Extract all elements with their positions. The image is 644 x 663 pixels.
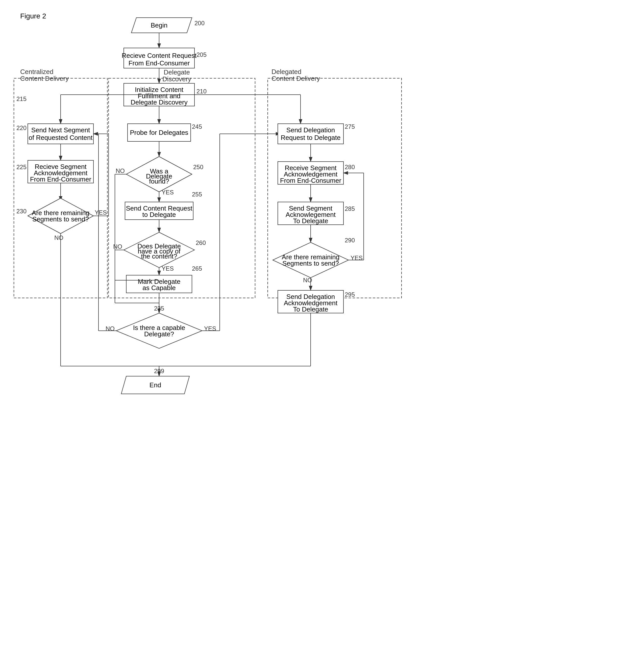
n280-label3: From End-Consumer (280, 177, 341, 184)
n260-label3: the content? (141, 252, 177, 260)
n210-id: 210 (197, 88, 206, 95)
n299-id: 299 (154, 368, 164, 374)
n235-label2: Delegate? (144, 330, 174, 338)
n250-id: 250 (193, 164, 203, 170)
n275-label2: Request to Delegate (281, 134, 340, 141)
n275-label: Send Delegation (286, 126, 335, 134)
n250-no: NO (116, 167, 125, 174)
n215-id: 215 (17, 95, 26, 102)
n265-label2: as Capable (142, 284, 176, 292)
centralized-label: Centralized (20, 68, 53, 75)
n225-id: 225 (17, 164, 26, 170)
n235-id: 235 (154, 305, 164, 312)
n295-id: 295 (345, 291, 355, 298)
n220-label: Send Next Segment (31, 126, 90, 134)
n245-label: Probe for Delegates (130, 129, 188, 136)
n230-yes: YES (95, 209, 107, 216)
delegate-discovery-region (109, 78, 255, 298)
n295-label3: To Delegate (293, 305, 328, 313)
n285-id: 285 (345, 205, 355, 212)
n280-id: 280 (345, 164, 355, 170)
n220-label2: of Requested Content (29, 134, 93, 141)
n230-no: NO (54, 234, 63, 241)
flowchart: Delegate Discovery Centralized Content D… (0, 0, 644, 663)
n205-label2: From End-Consumer (129, 59, 190, 67)
n260-id: 260 (196, 239, 206, 246)
centralized-label2: Content Delivery (20, 75, 69, 82)
n250-label3: found? (149, 178, 169, 185)
end-label: End (150, 381, 161, 389)
delegate-discovery-label2: Discovery (162, 75, 191, 83)
n200-id: 200 (195, 20, 204, 26)
n250-yes: YES (162, 189, 174, 196)
n210-label3: Delegate Discovery (131, 98, 187, 106)
n230-id: 230 (17, 208, 26, 214)
n260-yes: YES (162, 265, 174, 272)
n205-id: 205 (197, 51, 206, 58)
n285-label3: To Delegate (293, 217, 328, 225)
n275-id: 275 (345, 123, 355, 130)
n255-id-label: 255 (192, 191, 202, 198)
delegated-label2: Content Delivery (271, 75, 320, 82)
n205-label: Recieve Content Request (122, 52, 197, 59)
n260-no: NO (113, 243, 122, 250)
n245-id: 245 (192, 123, 202, 130)
n265-id-label: 265 (192, 265, 202, 272)
n290-id: 290 (345, 237, 355, 244)
n230-label2: Segments to send? (32, 215, 89, 223)
n220-id: 220 (17, 124, 26, 131)
begin-label: Begin (151, 21, 168, 29)
n290-label2: Segments to send? (282, 259, 339, 267)
n255-label2: to Delegate (142, 211, 176, 219)
delegated-label: Delegated (271, 68, 302, 75)
delegate-discovery-label: Delegate (164, 68, 190, 76)
n225-label3: From End-Consumer (30, 176, 91, 183)
